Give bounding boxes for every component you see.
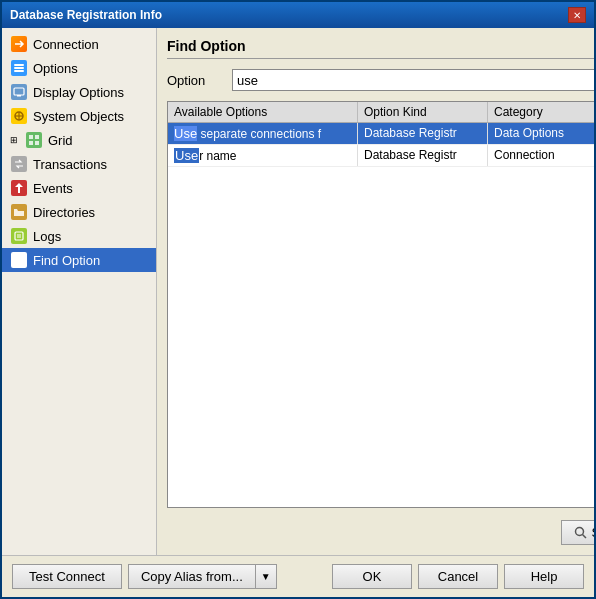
options-icon — [10, 59, 28, 77]
main-window: Database Registration Info ✕ Connection — [0, 0, 596, 599]
logs-icon — [10, 227, 28, 245]
svg-rect-0 — [14, 64, 24, 66]
sidebar-item-connection[interactable]: Connection — [2, 32, 156, 56]
sidebar-label-directories: Directories — [33, 205, 95, 220]
directories-icon — [10, 203, 28, 221]
svg-rect-10 — [29, 141, 33, 145]
cell-category-0: Data Options — [488, 123, 594, 144]
main-panel: Find Option Option Available Options Opt… — [157, 28, 594, 555]
ok-button[interactable]: OK — [332, 564, 412, 589]
svg-rect-8 — [29, 135, 33, 139]
close-button[interactable]: ✕ — [568, 7, 586, 23]
svg-rect-13 — [15, 232, 23, 240]
cell-option-kind-0: Database Registr — [358, 123, 488, 144]
sidebar-item-options[interactable]: Options — [2, 56, 156, 80]
sidebar-item-find-option[interactable]: Find Option — [2, 248, 156, 272]
svg-line-19 — [582, 534, 586, 538]
grid-icon — [25, 131, 43, 149]
help-button[interactable]: Help — [504, 564, 584, 589]
show-option-label: Show Option — [592, 525, 594, 540]
copy-alias-button[interactable]: Copy Alias from... — [128, 564, 255, 589]
svg-marker-12 — [15, 183, 23, 193]
sidebar-label-transactions: Transactions — [33, 157, 107, 172]
svg-point-16 — [15, 256, 21, 262]
options-table: Available Options Option Kind Category G… — [167, 101, 594, 508]
option-label: Option — [167, 73, 222, 88]
sidebar-item-grid[interactable]: ⊞ Grid — [2, 128, 156, 152]
sidebar-label-options: Options — [33, 61, 78, 76]
sidebar-label-connection: Connection — [33, 37, 99, 52]
cell-option-kind-1: Database Registr — [358, 145, 488, 166]
window-title: Database Registration Info — [10, 8, 162, 22]
sidebar-item-transactions[interactable]: Transactions — [2, 152, 156, 176]
expand-arrow-grid: ⊞ — [10, 135, 18, 145]
copy-alias-dropdown-button[interactable]: ▼ — [255, 564, 277, 589]
svg-rect-11 — [35, 141, 39, 145]
sidebar-item-logs[interactable]: Logs — [2, 224, 156, 248]
sidebar-label-find-option: Find Option — [33, 253, 100, 268]
table-header: Available Options Option Kind Category G… — [168, 102, 594, 123]
system-objects-icon — [10, 107, 28, 125]
highlight-use-1: Use — [174, 148, 199, 163]
display-options-icon — [10, 83, 28, 101]
svg-rect-2 — [14, 70, 24, 72]
svg-rect-3 — [14, 88, 24, 95]
table-row[interactable]: Use separate connections f Database Regi… — [168, 123, 594, 145]
svg-rect-9 — [35, 135, 39, 139]
title-bar-buttons: ✕ — [568, 7, 586, 23]
svg-point-18 — [575, 527, 583, 535]
sidebar-item-system-objects[interactable]: System Objects — [2, 104, 156, 128]
sidebar-label-events: Events — [33, 181, 73, 196]
table-row[interactable]: User name Database Registr Connection — [168, 145, 594, 167]
sidebar-item-display-options[interactable]: Display Options — [2, 80, 156, 104]
svg-line-17 — [21, 262, 24, 265]
panel-buttons: Show Option — [167, 520, 594, 545]
col-option-kind: Option Kind — [358, 102, 488, 122]
sidebar: Connection Options Display Options — [2, 28, 157, 555]
find-option-icon — [10, 251, 28, 269]
sidebar-label-grid: Grid — [48, 133, 73, 148]
option-row: Option — [167, 69, 594, 91]
connection-icon — [10, 35, 28, 53]
sidebar-item-events[interactable]: Events — [2, 176, 156, 200]
col-category: Category — [488, 102, 594, 122]
events-icon — [10, 179, 28, 197]
option-input[interactable] — [232, 69, 594, 91]
footer: Test Connect Copy Alias from... ▼ OK Can… — [2, 555, 594, 597]
show-option-button[interactable]: Show Option — [561, 520, 594, 545]
sidebar-label-system-objects: System Objects — [33, 109, 124, 124]
panel-title: Find Option — [167, 38, 594, 59]
cell-category-1: Connection — [488, 145, 594, 166]
highlight-use-0: Use — [174, 126, 197, 141]
title-bar: Database Registration Info ✕ — [2, 2, 594, 28]
sidebar-item-directories[interactable]: Directories — [2, 200, 156, 224]
col-available-options: Available Options — [168, 102, 358, 122]
svg-rect-4 — [17, 95, 21, 97]
content-area: Connection Options Display Options — [2, 28, 594, 555]
cell-available-1: User name — [168, 145, 358, 166]
sidebar-label-logs: Logs — [33, 229, 61, 244]
svg-rect-1 — [14, 67, 24, 69]
transactions-icon — [10, 155, 28, 173]
search-icon — [574, 526, 588, 540]
cancel-button[interactable]: Cancel — [418, 564, 498, 589]
sidebar-label-display-options: Display Options — [33, 85, 124, 100]
cell-available-0: Use separate connections f — [168, 123, 358, 144]
test-connect-button[interactable]: Test Connect — [12, 564, 122, 589]
copy-alias-split-button: Copy Alias from... ▼ — [128, 564, 277, 589]
